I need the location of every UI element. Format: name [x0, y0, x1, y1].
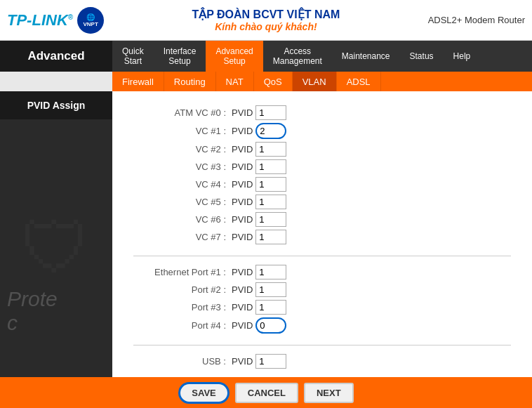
- vc3-input[interactable]: [255, 159, 286, 174]
- nav-advanced-label: Advanced: [0, 41, 112, 72]
- vc7-row: VC #7 : PVID: [133, 230, 511, 244]
- vc5-label: VC #5 :: [133, 197, 232, 207]
- port3-pvid-text: PVID: [232, 302, 253, 312]
- vc2-pvid-text: PVID: [232, 144, 253, 154]
- eth1-pvid-text: PVID: [232, 267, 253, 277]
- cancel-button[interactable]: CANCEL: [235, 383, 298, 403]
- eth1-label: Ethernet Port #1 :: [133, 267, 232, 277]
- nav-interface-setup[interactable]: InterfaceSetup: [154, 41, 206, 72]
- nav-items: QuickStart InterfaceSetup AdvancedSetup …: [112, 41, 532, 72]
- usb-input[interactable]: [255, 354, 286, 369]
- port4-input[interactable]: [255, 317, 286, 334]
- vc4-pvid-text: PVID: [232, 179, 253, 190]
- header: TP-LINK® 🌐 VNPT TẬP ĐOÀN BCVT VIỆT NAM K…: [0, 0, 532, 41]
- header-center: TẬP ĐOÀN BCVT VIỆT NAM Kính chào quý khá…: [104, 8, 427, 32]
- device-label: ADSL2+ Modem Router: [428, 15, 525, 25]
- usb-section: USB : PVID: [133, 354, 511, 369]
- vc3-pvid-text: PVID: [232, 162, 253, 172]
- save-button[interactable]: SAVE: [178, 382, 229, 404]
- nav-access-management[interactable]: AccessManagement: [263, 41, 332, 72]
- port2-pvid-text: PVID: [232, 284, 253, 295]
- subnav-adsl[interactable]: ADSL: [337, 72, 381, 91]
- vc6-input[interactable]: [255, 212, 286, 227]
- nav-status[interactable]: Status: [400, 41, 444, 72]
- eth-section: Ethernet Port #1 : PVID Port #2 : PVID P…: [133, 265, 511, 334]
- vc3-label: VC #3 :: [133, 162, 232, 172]
- subnav-vlan[interactable]: VLAN: [293, 72, 337, 91]
- port3-label: Port #3 :: [133, 302, 232, 312]
- port2-row: Port #2 : PVID: [133, 282, 511, 297]
- port4-label: Port #4 :: [133, 320, 232, 331]
- eth1-row: Ethernet Port #1 : PVID: [133, 265, 511, 279]
- tp-link-logo: TP-LINK®: [7, 11, 73, 29]
- vc6-label: VC #6 :: [133, 214, 232, 225]
- vc4-label: VC #4 :: [133, 179, 232, 190]
- vc6-row: VC #6 : PVID: [133, 212, 511, 227]
- sidebar-pvid-label: PVID Assign: [0, 91, 112, 119]
- vc7-input[interactable]: [255, 230, 286, 244]
- vc2-input[interactable]: [255, 142, 286, 157]
- next-button[interactable]: NEXT: [304, 383, 354, 403]
- vc5-input[interactable]: [255, 195, 286, 209]
- usb-row: USB : PVID: [133, 354, 511, 369]
- vc1-input[interactable]: [255, 123, 286, 139]
- sub-nav: Firewall Routing NAT QoS VLAN ADSL: [112, 72, 532, 91]
- sidebar: PVID Assign 🛡 Protec: [0, 91, 112, 377]
- port3-row: Port #3 : PVID: [133, 300, 511, 315]
- header-title-vn: TẬP ĐOÀN BCVT VIỆT NAM: [104, 8, 427, 21]
- vc7-pvid-text: PVID: [232, 232, 253, 242]
- sidebar-text: Protec: [7, 287, 58, 335]
- port4-pvid-text: PVID: [232, 320, 253, 331]
- atm-section: ATM VC #0 : PVID VC #1 : PVID VC #2 : PV…: [133, 105, 511, 244]
- main-nav: Advanced QuickStart InterfaceSetup Advan…: [0, 41, 532, 72]
- eth1-input[interactable]: [255, 265, 286, 279]
- subnav-qos[interactable]: QoS: [254, 72, 293, 91]
- subnav-routing[interactable]: Routing: [164, 72, 216, 91]
- subnav-firewall[interactable]: Firewall: [112, 72, 164, 91]
- vc5-row: VC #5 : PVID: [133, 195, 511, 209]
- shield-icon: 🛡: [21, 208, 91, 289]
- vc2-row: VC #2 : PVID: [133, 142, 511, 157]
- nav-advanced-setup[interactable]: AdvancedSetup: [206, 41, 262, 72]
- vc7-label: VC #7 :: [133, 232, 232, 242]
- port3-input[interactable]: [255, 300, 286, 315]
- vc1-label: VC #1 :: [133, 126, 232, 136]
- footer-bar: SAVE CANCEL NEXT: [0, 377, 532, 408]
- main-content: ATM VC #0 : PVID VC #1 : PVID VC #2 : PV…: [112, 91, 532, 377]
- usb-label: USB :: [133, 356, 232, 367]
- nav-help[interactable]: Help: [444, 41, 481, 72]
- usb-pvid-text: PVID: [232, 356, 253, 367]
- atm-vc0-pvid-text: PVID: [232, 107, 253, 118]
- port2-label: Port #2 :: [133, 284, 232, 295]
- atm-vc0-label: ATM VC #0 :: [133, 107, 232, 118]
- atm-vc0-row: ATM VC #0 : PVID: [133, 105, 511, 120]
- vnpt-logo: 🌐 VNPT: [77, 7, 104, 34]
- vc6-pvid-text: PVID: [232, 214, 253, 225]
- vc5-pvid-text: PVID: [232, 197, 253, 207]
- vc4-input[interactable]: [255, 177, 286, 192]
- nav-quick-start[interactable]: QuickStart: [112, 41, 154, 72]
- atm-vc0-input[interactable]: [255, 105, 286, 120]
- header-subtitle-vn: Kính chào quý khách!: [104, 21, 427, 32]
- divider-2: [133, 345, 511, 346]
- vc1-row: VC #1 : PVID: [133, 123, 511, 139]
- vc2-label: VC #2 :: [133, 144, 232, 154]
- port2-input[interactable]: [255, 282, 286, 297]
- vc4-row: VC #4 : PVID: [133, 177, 511, 192]
- port4-row: Port #4 : PVID: [133, 317, 511, 334]
- content-wrapper: PVID Assign 🛡 Protec ATM VC #0 : PVID VC…: [0, 91, 532, 377]
- sidebar-bg: 🛡: [0, 119, 112, 377]
- nav-maintenance[interactable]: Maintenance: [332, 41, 400, 72]
- divider-1: [133, 256, 511, 256]
- vc3-row: VC #3 : PVID: [133, 159, 511, 174]
- vc1-pvid-text: PVID: [232, 126, 253, 136]
- subnav-nat[interactable]: NAT: [216, 72, 254, 91]
